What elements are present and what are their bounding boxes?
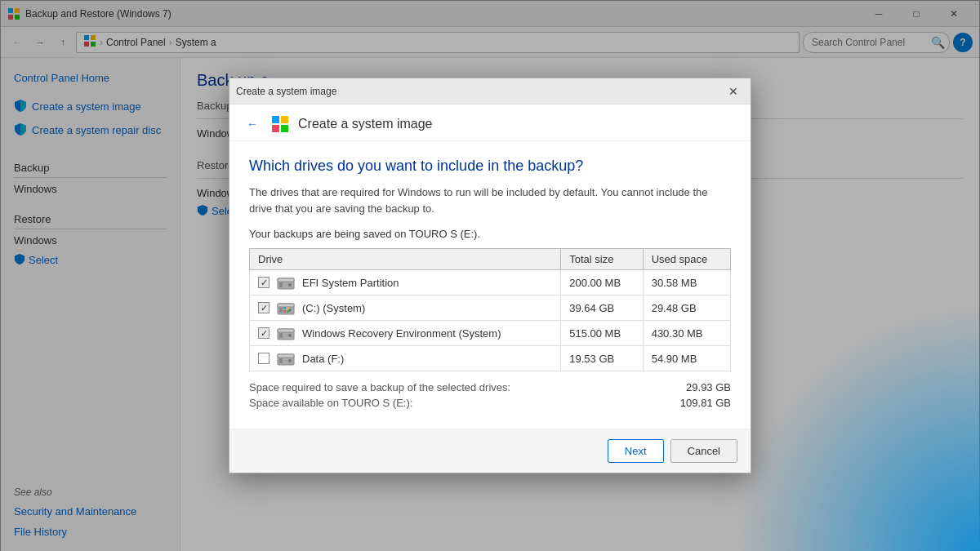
- next-button[interactable]: Next: [608, 439, 664, 463]
- create-system-image-dialog: Create a system image ✕ ← Create a syste…: [229, 78, 751, 473]
- svg-rect-9: [281, 116, 288, 123]
- svg-rect-14: [279, 282, 283, 287]
- table-row: EFI System Partition 200.00 MB 30.58 MB: [250, 270, 731, 295]
- svg-rect-13: [278, 278, 294, 282]
- total-size-2: 39.64 GB: [561, 295, 643, 321]
- table-row: (C:) (System) 39.64 GB 29.48 GB: [250, 295, 731, 321]
- svg-point-15: [288, 283, 292, 287]
- used-space-2: 29.48 GB: [643, 295, 730, 321]
- drive-name-4: Data (F:): [302, 353, 344, 365]
- drive-cell-2: (C:) (System): [250, 295, 561, 321]
- drive-cell-3: Windows Recovery Environment (System): [250, 321, 561, 346]
- drive-cell-4: Data (F:): [250, 346, 561, 371]
- disk-icon-2: [276, 300, 296, 316]
- column-used-space: Used space: [643, 249, 730, 270]
- dialog-header: ← Create a system image: [229, 104, 751, 141]
- space-info: Space required to save a backup of the s…: [249, 381, 731, 409]
- dialog-footer: Next Cancel: [229, 429, 751, 473]
- dialog-back-button[interactable]: ←: [243, 114, 262, 134]
- dialog-title-text: Create a system image: [236, 86, 723, 97]
- svg-rect-11: [281, 125, 288, 132]
- dialog-header-icon: [270, 114, 290, 134]
- used-space-4: 54.90 MB: [643, 346, 730, 371]
- drive-cell-1: EFI System Partition: [250, 270, 561, 295]
- dialog-header-title: Create a system image: [298, 117, 433, 131]
- used-space-3: 430.30 MB: [643, 321, 730, 346]
- drive-name-3: Windows Recovery Environment (System): [302, 327, 501, 340]
- svg-rect-23: [287, 310, 289, 313]
- drive-checkbox-2: [258, 302, 270, 313]
- drive-checkbox-1: [258, 277, 270, 288]
- dialog-save-location: Your backups are being saved on TOURO S …: [249, 228, 731, 240]
- space-required-row: Space required to save a backup of the s…: [249, 381, 731, 393]
- dialog-title-bar: Create a system image ✕: [229, 78, 751, 104]
- space-required-label: Space required to save a backup of the s…: [249, 381, 510, 393]
- drive-name-2: (C:) (System): [302, 302, 365, 314]
- svg-rect-22: [283, 310, 286, 313]
- svg-rect-29: [278, 354, 294, 358]
- dialog-close-button[interactable]: ✕: [723, 81, 744, 102]
- table-row: Windows Recovery Environment (System) 51…: [250, 321, 731, 346]
- drive-name-1: EFI System Partition: [302, 277, 399, 289]
- dialog-question: Which drives do you want to include in t…: [249, 158, 731, 175]
- dialog-body: Which drives do you want to include in t…: [229, 141, 751, 429]
- total-size-1: 200.00 MB: [561, 270, 643, 295]
- space-available-row: Space available on TOURO S (E:): 109.81 …: [249, 397, 731, 409]
- svg-rect-25: [278, 329, 294, 332]
- space-required-value: 29.93 GB: [686, 381, 731, 393]
- disk-icon-4: [276, 350, 296, 367]
- drive-checkbox-4[interactable]: [258, 353, 270, 364]
- table-row: Data (F:) 19.53 GB 54.90 MB: [250, 346, 731, 371]
- space-available-value: 109.81 GB: [680, 397, 731, 409]
- svg-rect-10: [272, 125, 279, 132]
- svg-rect-8: [272, 116, 279, 123]
- space-available-label: Space available on TOURO S (E:):: [249, 397, 412, 409]
- svg-rect-21: [287, 307, 289, 309]
- disk-icon-1: [276, 274, 296, 291]
- svg-rect-17: [278, 304, 294, 307]
- column-drive: Drive: [250, 249, 561, 270]
- svg-rect-26: [279, 333, 283, 338]
- cancel-button[interactable]: Cancel: [670, 439, 737, 463]
- drive-checkbox-3: [258, 327, 270, 339]
- dialog-description: The drives that are required for Windows…: [249, 184, 731, 216]
- drive-table: Drive Total size Used space: [249, 248, 731, 371]
- disk-icon-3: [276, 325, 296, 341]
- column-total-size: Total size: [561, 249, 643, 270]
- used-space-1: 30.58 MB: [643, 270, 730, 295]
- dialog-overlay: Create a system image ✕ ← Create a syste…: [0, 0, 980, 551]
- svg-rect-20: [283, 307, 286, 309]
- total-size-3: 515.00 MB: [561, 321, 643, 346]
- svg-point-27: [288, 334, 292, 337]
- svg-point-31: [288, 359, 292, 362]
- svg-rect-30: [279, 358, 283, 363]
- total-size-4: 19.53 GB: [561, 346, 643, 371]
- svg-rect-18: [279, 308, 283, 313]
